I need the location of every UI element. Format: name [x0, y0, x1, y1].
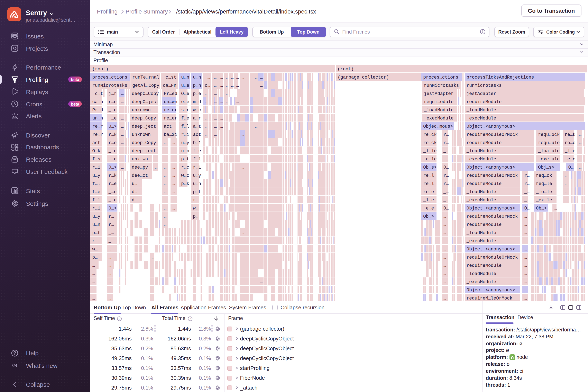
svg-text:requireModuleOrMock: requireModuleOrMock — [467, 132, 518, 137]
svg-text:…: … — [443, 222, 446, 227]
svg-text:dee…ct: dee…ct — [132, 173, 148, 178]
svg-text:w…c: w…c — [181, 173, 189, 178]
svg-text:…: … — [524, 230, 527, 235]
svg-text:r…: r… — [443, 173, 449, 178]
svg-text:p…t: p…t — [92, 230, 100, 235]
svg-text:…: … — [155, 165, 157, 170]
svg-text:_e…e: _e…e — [565, 156, 576, 162]
svg-text:_lo…le: _lo…le — [536, 189, 552, 194]
svg-text:proces…ctions: proces…ctions — [423, 75, 458, 80]
svg-text:…: … — [214, 124, 217, 129]
svg-text:w…: w… — [193, 206, 198, 211]
svg-text:_…e: _…e — [108, 189, 117, 194]
svg-text:_loa…ule: _loa…ule — [538, 148, 560, 154]
svg-text:…: … — [524, 255, 527, 260]
svg-text:…: … — [565, 189, 567, 194]
svg-text:…: … — [92, 263, 95, 268]
svg-text:runMicrotasks: runMicrotasks — [467, 83, 502, 88]
svg-text:(root): (root) — [337, 66, 354, 72]
svg-text:re…r: re…r — [92, 124, 103, 129]
svg-text:…: … — [524, 296, 527, 301]
svg-text:…: … — [121, 165, 124, 170]
svg-text:f…s: f…s — [92, 156, 100, 162]
svg-text:O…: O… — [443, 206, 449, 211]
svg-text:…: … — [121, 124, 124, 129]
svg-text:…: … — [205, 116, 207, 121]
svg-text:r…1: r…1 — [92, 165, 100, 170]
svg-text:…: … — [92, 271, 95, 276]
svg-text:r…c: r…c — [181, 165, 189, 170]
svg-text:?: ? — [189, 317, 191, 320]
svg-text:re…l: re…l — [423, 181, 434, 186]
svg-text:…: … — [443, 288, 446, 292]
svg-text:…: … — [524, 222, 527, 227]
svg-text:…: … — [260, 83, 263, 88]
svg-text:…: … — [109, 271, 111, 276]
svg-text:…: … — [220, 99, 223, 104]
svg-text:Object.<anonymous>: Object.<anonymous> — [467, 288, 515, 292]
svg-text:deepC…Copy: deepC…Copy — [132, 91, 159, 96]
svg-text:b…1: b…1 — [193, 140, 201, 145]
svg-text:processTicksAndRejections: processTicksAndRejections — [467, 75, 534, 80]
svg-text:…: … — [260, 75, 263, 80]
svg-text:f…e: f…e — [193, 148, 201, 154]
svg-text:(root): (root) — [92, 66, 108, 72]
svg-text:re…er: re…er — [164, 116, 177, 121]
svg-text:…: … — [220, 108, 223, 112]
svg-text:…: … — [554, 206, 557, 211]
svg-text:_e…le: _e…le — [423, 156, 437, 162]
svg-text:_…e: _…e — [108, 108, 117, 112]
svg-text:w…c: w…c — [193, 108, 201, 112]
svg-text:…: … — [220, 83, 223, 88]
svg-text:…: … — [214, 99, 217, 104]
svg-text:Ob…>: Ob…> — [423, 214, 434, 219]
svg-text:_…: _… — [443, 148, 449, 154]
svg-text:…: … — [109, 263, 111, 268]
svg-text:0…: 0… — [568, 165, 574, 170]
svg-text:_loadModule: _loadModule — [466, 148, 496, 154]
svg-text:u…n: u…n — [181, 148, 189, 154]
svg-text:Pr…ed: Pr…ed — [164, 91, 177, 96]
svg-text:requireModule: requireModule — [467, 263, 502, 268]
svg-text:0…>: 0…> — [109, 124, 117, 129]
svg-text:r…: r… — [109, 222, 114, 227]
svg-text:r…: r… — [443, 140, 449, 145]
svg-text:f…l: f…l — [181, 124, 189, 129]
svg-text:…: … — [172, 165, 175, 170]
svg-text:…: … — [155, 156, 157, 162]
svg-text:_…e: _…e — [108, 116, 117, 121]
svg-text:_…: _… — [443, 189, 449, 194]
svg-text:un…n: un…n — [92, 116, 103, 121]
svg-text:r…: r… — [443, 181, 449, 186]
svg-text:u…: u… — [132, 181, 137, 186]
svg-text:…: … — [164, 140, 166, 145]
svg-text:…: … — [524, 214, 527, 219]
svg-text:…: … — [172, 156, 175, 162]
svg-text:u…n: u…n — [92, 222, 100, 227]
svg-text:…: … — [236, 75, 239, 80]
svg-text:s…r: s…r — [181, 108, 189, 112]
svg-text:…: … — [164, 165, 166, 170]
svg-text:u…n: u…n — [193, 181, 201, 186]
svg-text:re…k: re…k — [565, 132, 576, 137]
svg-text:…: … — [226, 108, 228, 112]
svg-text:r…1: r…1 — [92, 206, 100, 211]
svg-text:…: … — [565, 198, 567, 202]
svg-text:jestAdapter: jestAdapter — [424, 91, 453, 96]
svg-text:…: … — [152, 255, 154, 260]
svg-text:getAl…Copy: getAl…Copy — [132, 83, 159, 88]
svg-text:…: … — [121, 99, 124, 104]
svg-text:_…e: _…e — [108, 148, 117, 154]
svg-text:…: … — [92, 296, 95, 301]
svg-text:w…: w… — [92, 246, 97, 252]
svg-text:…: … — [242, 230, 244, 235]
svg-text:…: … — [443, 230, 446, 235]
svg-text:ba…$1: ba…$1 — [164, 132, 177, 137]
svg-text:…: … — [579, 148, 582, 154]
svg-text:…: … — [226, 99, 228, 104]
svg-text:re…l: re…l — [423, 173, 434, 178]
svg-text:f…l: f…l — [193, 156, 201, 162]
svg-text:Object.<anonymous>: Object.<anonymous> — [467, 246, 515, 252]
svg-text:…: … — [164, 214, 166, 219]
svg-text:r…e: r…e — [109, 99, 117, 104]
